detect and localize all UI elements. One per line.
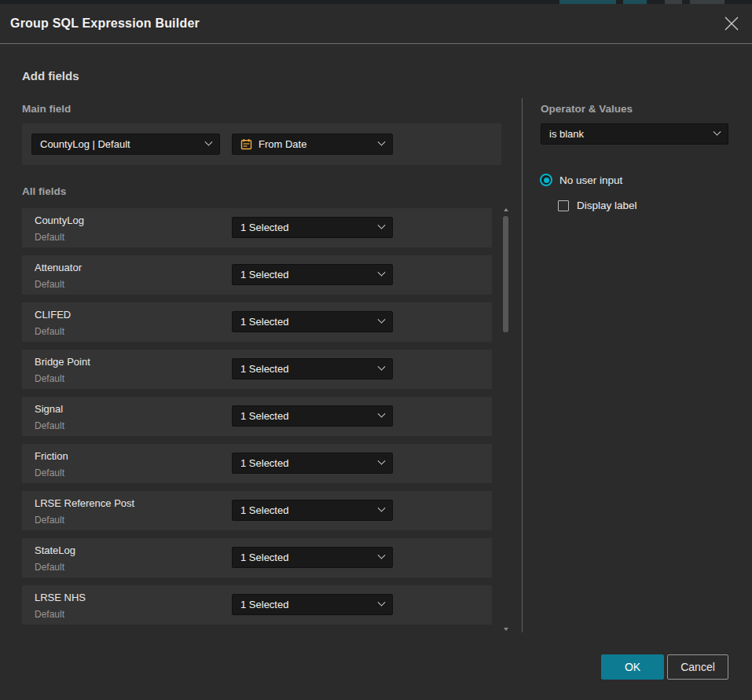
chevron-down-icon xyxy=(378,599,386,607)
chevron-down-icon xyxy=(378,222,386,229)
field-name: LRSE NHS xyxy=(35,592,86,603)
field-row: LRSE NHS Default 1 Selected xyxy=(22,585,492,625)
operator-select[interactable]: is blank xyxy=(541,123,728,145)
field-selection-dropdown[interactable]: 1 Selected xyxy=(232,358,393,379)
checkbox-unchecked-icon xyxy=(558,200,569,211)
field-name: Signal xyxy=(35,403,63,415)
field-row: Attenuator Default 1 Selected xyxy=(22,255,492,295)
field-name: StateLog xyxy=(35,544,75,556)
field-selection-dropdown[interactable]: 1 Selected xyxy=(232,405,393,427)
chevron-down-icon xyxy=(378,316,386,324)
field-default-label: Default xyxy=(35,515,64,526)
no-user-input-radio[interactable]: No user input xyxy=(540,174,622,186)
field-selection-value: 1 Selected xyxy=(240,363,372,375)
field-row: CountyLog Default 1 Selected xyxy=(22,208,492,247)
field-selection-value: 1 Selected xyxy=(240,222,372,233)
field-default-label: Default xyxy=(35,279,64,290)
field-row: StateLog Default 1 Selected xyxy=(22,538,492,577)
chevron-down-icon xyxy=(378,363,386,371)
no-user-input-label: No user input xyxy=(559,174,622,186)
field-selection-value: 1 Selected xyxy=(240,269,372,280)
field-name: LRSE Reference Post xyxy=(35,497,134,509)
scroll-down-icon[interactable] xyxy=(504,628,508,631)
field-selection-value: 1 Selected xyxy=(240,316,372,328)
scrollbar-thumb[interactable] xyxy=(503,216,508,332)
chevron-down-icon xyxy=(205,138,213,146)
calendar-icon xyxy=(240,138,252,150)
main-field-label: Main field xyxy=(22,103,71,115)
close-button[interactable] xyxy=(723,15,740,32)
chevron-down-icon xyxy=(378,410,386,418)
list-scrollbar[interactable] xyxy=(502,207,510,632)
chevron-down-icon xyxy=(378,269,386,277)
field-row: Bridge Point Default 1 Selected xyxy=(22,350,492,389)
attribute-select-value: From Date xyxy=(259,138,372,150)
field-name: CLIFED xyxy=(35,309,71,321)
field-row: LRSE Reference Post Default 1 Selected xyxy=(22,491,492,530)
main-field-select[interactable]: CountyLog | Default xyxy=(31,134,220,155)
panel-divider xyxy=(522,98,523,632)
field-name: CountyLog xyxy=(35,214,84,226)
ok-button[interactable]: OK xyxy=(601,654,664,680)
chevron-down-icon xyxy=(378,552,386,559)
field-default-label: Default xyxy=(35,467,64,478)
field-name: Friction xyxy=(35,450,68,462)
dialog-header: Group SQL Expression Builder xyxy=(0,4,752,44)
dialog-title: Group SQL Expression Builder xyxy=(10,4,200,43)
field-default-label: Default xyxy=(35,609,64,620)
field-selection-value: 1 Selected xyxy=(240,599,372,610)
operator-values-label: Operator & Values xyxy=(541,103,633,115)
field-selection-value: 1 Selected xyxy=(240,552,372,563)
field-selection-dropdown[interactable]: 1 Selected xyxy=(232,547,393,568)
chevron-down-icon xyxy=(378,504,386,512)
field-default-label: Default xyxy=(35,232,64,243)
display-label-checkbox[interactable]: Display label xyxy=(558,200,637,211)
field-default-label: Default xyxy=(35,420,64,431)
field-row: CLIFED Default 1 Selected xyxy=(22,302,492,342)
field-selection-dropdown[interactable]: 1 Selected xyxy=(232,264,393,285)
field-selection-value: 1 Selected xyxy=(240,457,372,469)
field-row: Signal Default 1 Selected xyxy=(22,397,492,436)
field-default-label: Default xyxy=(35,373,64,384)
field-selection-dropdown[interactable]: 1 Selected xyxy=(232,217,393,238)
main-field-select-value: CountyLog | Default xyxy=(40,138,200,150)
scroll-up-icon[interactable] xyxy=(504,208,508,211)
add-fields-heading: Add fields xyxy=(22,69,79,82)
all-fields-label: All fields xyxy=(22,185,66,197)
field-selection-value: 1 Selected xyxy=(240,410,372,422)
field-name: Attenuator xyxy=(35,262,82,273)
field-selection-dropdown[interactable]: 1 Selected xyxy=(232,500,393,521)
radio-checked-icon xyxy=(540,174,552,186)
field-default-label: Default xyxy=(35,326,64,337)
display-label-text: Display label xyxy=(577,200,637,211)
chevron-down-icon xyxy=(378,138,386,146)
field-selection-dropdown[interactable]: 1 Selected xyxy=(232,453,393,474)
field-row: Friction Default 1 Selected xyxy=(22,444,492,483)
field-default-label: Default xyxy=(35,562,64,573)
chevron-down-icon xyxy=(713,128,721,136)
operator-select-value: is blank xyxy=(549,128,708,140)
field-selection-dropdown[interactable]: 1 Selected xyxy=(232,594,393,615)
field-selection-dropdown[interactable]: 1 Selected xyxy=(232,311,393,332)
field-selection-value: 1 Selected xyxy=(240,504,372,516)
all-fields-list: CountyLog Default 1 Selected Attenuator … xyxy=(22,208,492,632)
close-icon xyxy=(723,15,740,32)
group-sql-expression-builder-dialog: Group SQL Expression Builder Add fields … xyxy=(0,4,752,700)
attribute-select[interactable]: From Date xyxy=(232,134,393,155)
main-field-panel: CountyLog | Default From Date xyxy=(22,123,501,165)
field-name: Bridge Point xyxy=(35,356,90,368)
cancel-button[interactable]: Cancel xyxy=(667,654,728,680)
chevron-down-icon xyxy=(378,457,386,465)
